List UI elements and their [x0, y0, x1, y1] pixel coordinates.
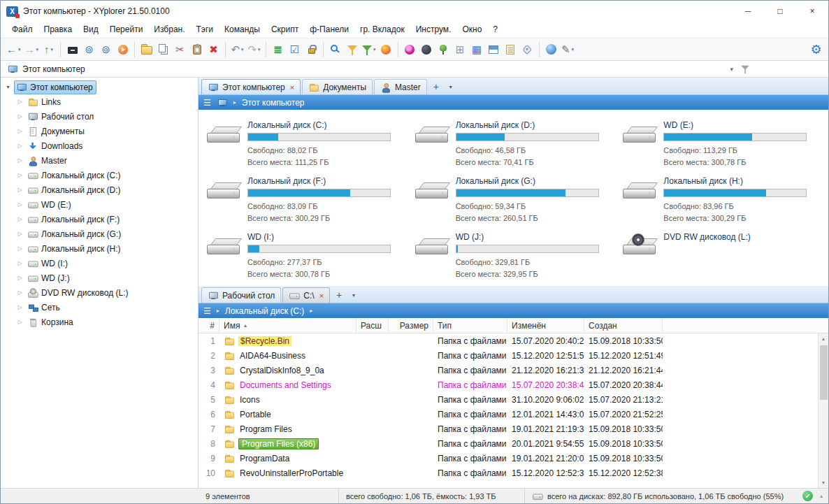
filter-button[interactable] — [344, 41, 360, 59]
scrollbar-thumb[interactable] — [820, 345, 828, 400]
tree-item-drive-e[interactable]: ▷ WD (E:) — [1, 197, 198, 212]
forward-button[interactable]: →▾ — [23, 41, 41, 59]
drive-item-d[interactable]: Локальный диск (D:) Свободно: 46,58 ГБ В… — [412, 117, 621, 173]
drive-item-h[interactable]: Локальный диск (H:) Свободно: 83,96 ГБ В… — [620, 173, 828, 229]
tree-item-drive-i[interactable]: ▷ WD (I:) — [1, 256, 198, 271]
column-header-size[interactable]: Размер — [389, 318, 433, 333]
menu-hamburger-icon[interactable]: ☰ — [203, 98, 211, 108]
tree-item-documents[interactable]: ▷ Документы — [1, 124, 198, 138]
globe-button[interactable] — [543, 41, 559, 59]
tree-item-recycle-bin[interactable]: ▷ Корзина — [1, 315, 198, 329]
expand-arrow-icon[interactable]: ▷ — [16, 143, 24, 149]
close-tab-icon[interactable]: × — [319, 291, 324, 300]
tree-item-desktop[interactable]: ▷ Рабочий стол — [1, 109, 198, 124]
menu-commands[interactable]: Команды — [219, 22, 266, 38]
table-row[interactable]: 7 Program Files Папка с файлами 19.01.20… — [199, 422, 818, 436]
address-bar[interactable]: Этот компьютер ▾ — [1, 61, 828, 78]
menu-go[interactable]: Перейти — [104, 22, 149, 38]
drive-item-c[interactable]: Локальный диск (C:) Свободно: 88,02 ГБ В… — [204, 117, 412, 173]
tree-item-drive-c[interactable]: ▷ Локальный диск (C:) — [1, 168, 198, 182]
new-tab-button[interactable]: + — [331, 287, 347, 303]
drive-item-f[interactable]: Локальный диск (F:) Свободно: 83,09 ГБ В… — [204, 173, 412, 229]
folder-tree-button[interactable] — [435, 41, 452, 59]
breadcrumb[interactable]: Этот компьютер — [242, 98, 305, 108]
column-header-modified[interactable]: Изменён — [507, 318, 584, 333]
expand-arrow-icon[interactable]: ▷ — [16, 319, 24, 325]
paste-button[interactable] — [189, 41, 205, 59]
menu-tools[interactable]: Инструм. — [410, 22, 457, 38]
close-button[interactable]: × — [796, 1, 828, 22]
drive-item-e[interactable]: WD (E:) Свободно: 113,29 ГБ Всего места:… — [620, 117, 828, 173]
tab-documents[interactable]: Документы — [302, 79, 373, 94]
expand-arrow-icon[interactable]: ▷ — [16, 128, 24, 134]
drive-item-g[interactable]: Локальный диск (G:) Свободно: 59,34 ГБ В… — [412, 173, 621, 229]
tab-drive-c[interactable]: C:\ × — [282, 287, 330, 303]
expand-arrow-icon[interactable]: ▷ — [16, 245, 24, 252]
column-header-ext[interactable]: Расш — [356, 318, 389, 333]
tab-desktop[interactable]: Рабочий стол — [201, 287, 281, 303]
mirror-button[interactable] — [115, 41, 131, 59]
admin-settings-button[interactable] — [303, 41, 319, 59]
scroll-down-icon[interactable]: ▼ — [819, 477, 829, 488]
tree-item-drive-f[interactable]: ▷ Локальный диск (F:) — [1, 212, 198, 226]
table-row[interactable]: 1 $Recycle.Bin Папка с файлами 15.07.202… — [199, 333, 818, 348]
undo-button[interactable]: ↶▾ — [229, 41, 245, 59]
tree-item-drive-j[interactable]: ▷ WD (J:) — [1, 271, 198, 285]
expand-arrow-icon[interactable]: ▷ — [16, 260, 24, 266]
address-filter-icon[interactable] — [741, 65, 749, 69]
column-header-number[interactable]: # — [199, 318, 219, 333]
expand-arrow-icon[interactable]: ▷ — [16, 216, 24, 222]
new-tab-button[interactable]: + — [428, 79, 444, 94]
address-dropdown-icon[interactable]: ▾ — [730, 66, 733, 73]
color-filter-button[interactable] — [378, 41, 394, 59]
tab-this-computer[interactable]: Этот компьютер × — [201, 79, 301, 94]
table-grid-button[interactable]: ▦ — [469, 41, 485, 59]
expand-arrow-icon[interactable]: ▾ — [4, 84, 12, 90]
table-row-selected[interactable]: 8 Program Files (x86) Папка с файлами 20… — [199, 436, 818, 451]
back-button[interactable]: ←▾ — [5, 41, 22, 59]
notes-button[interactable] — [503, 41, 519, 59]
menu-panels[interactable]: ф-Панели — [304, 22, 354, 38]
menu-favorites[interactable]: Избран. — [148, 22, 190, 38]
menu-scripting[interactable]: Скрипт — [266, 22, 304, 38]
expand-arrow-icon[interactable]: ▷ — [16, 157, 24, 164]
menu-tabsets[interactable]: гр. Вкладок — [354, 22, 410, 38]
spot-jump-button[interactable]: ⊚ — [98, 41, 114, 59]
redo-button[interactable]: ↷▾ — [246, 41, 262, 59]
scroll-up-icon[interactable]: ▲ — [819, 333, 829, 344]
menu-view[interactable]: Вид — [78, 22, 104, 38]
checkbox-selection-button[interactable]: ☑ — [287, 41, 303, 59]
tree-item-drive-d[interactable]: ▷ Локальный диск (D:) — [1, 182, 198, 197]
minimize-button[interactable]: ─ — [732, 1, 764, 22]
icon-grid-button[interactable]: ⊞ — [452, 41, 468, 59]
visual-filter-button[interactable]: ▾ — [361, 41, 377, 59]
horizontal-panes-button[interactable] — [486, 41, 502, 59]
vertical-scrollbar[interactable]: ▲ ▼ — [818, 333, 828, 488]
menu-edit[interactable]: Правка — [38, 22, 78, 38]
tags-button[interactable] — [519, 41, 535, 59]
show-tree-button[interactable]: ≣ — [270, 41, 286, 59]
table-row[interactable]: 5 Icons Папка с файлами 31.10.2020 9:06:… — [199, 392, 818, 407]
copy-button[interactable] — [155, 41, 171, 59]
hoist-button[interactable]: ⊚ — [81, 41, 97, 59]
tree-item-this-computer[interactable]: ▾ Этот компьютер — [1, 80, 198, 94]
expand-arrow-icon[interactable]: ▷ — [16, 99, 24, 105]
cut-button[interactable]: ✂ — [172, 41, 188, 59]
table-row[interactable]: 2 AIDA64-Business Папка с файлами 15.12.… — [199, 348, 818, 363]
menu-tags[interactable]: Тэги — [191, 22, 219, 38]
tab-list-dropdown-icon[interactable]: ▾ — [445, 79, 456, 94]
menu-help[interactable]: ? — [487, 22, 503, 38]
column-header-created[interactable]: Создан — [584, 318, 663, 333]
column-header-name[interactable]: Имя▲ — [219, 318, 356, 333]
expand-arrow-icon[interactable]: ▷ — [16, 172, 24, 178]
menu-hamburger-icon[interactable]: ☰ — [203, 306, 211, 316]
table-row[interactable]: 6 Portable Папка с файлами 12.01.2021 14… — [199, 407, 818, 422]
expand-arrow-icon[interactable]: ▷ — [16, 289, 24, 296]
expand-arrow-icon[interactable]: ▷ — [16, 187, 24, 193]
go-home-button[interactable] — [64, 41, 80, 59]
delete-button[interactable]: ✖ — [206, 41, 222, 59]
expand-arrow-icon[interactable]: ▷ — [16, 113, 24, 120]
menu-file[interactable]: Файл — [6, 22, 38, 38]
table-row[interactable]: 9 ProgramData Папка с файлами 19.01.2021… — [199, 451, 818, 466]
expand-arrow-icon[interactable]: ▷ — [16, 304, 24, 310]
